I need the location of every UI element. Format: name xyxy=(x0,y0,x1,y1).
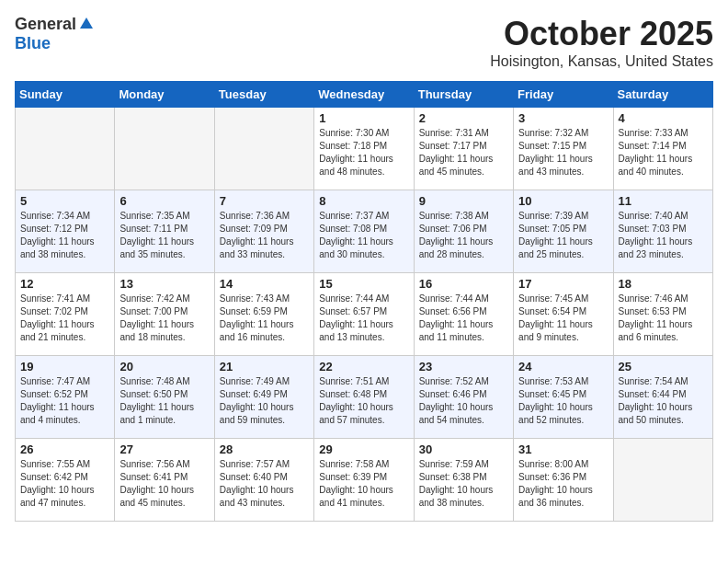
calendar-cell: 9Sunrise: 7:38 AM Sunset: 7:06 PM Daylig… xyxy=(414,190,513,273)
calendar-cell: 1Sunrise: 7:30 AM Sunset: 7:18 PM Daylig… xyxy=(314,108,414,190)
calendar-week-row: 26Sunrise: 7:55 AM Sunset: 6:42 PM Dayli… xyxy=(16,439,713,522)
location-title: Hoisington, Kansas, United States xyxy=(490,53,713,70)
calendar-cell: 30Sunrise: 7:59 AM Sunset: 6:38 PM Dayli… xyxy=(414,439,513,522)
day-info: Sunrise: 7:32 AM Sunset: 7:15 PM Dayligh… xyxy=(518,127,608,178)
logo: General Blue xyxy=(15,15,95,53)
calendar-cell: 3Sunrise: 7:32 AM Sunset: 7:15 PM Daylig… xyxy=(514,108,613,190)
calendar-cell: 6Sunrise: 7:35 AM Sunset: 7:11 PM Daylig… xyxy=(115,190,214,273)
calendar-cell: 15Sunrise: 7:44 AM Sunset: 6:57 PM Dayli… xyxy=(314,273,414,356)
day-info: Sunrise: 7:56 AM Sunset: 6:41 PM Dayligh… xyxy=(119,458,209,510)
weekday-header: Thursday xyxy=(414,82,513,108)
calendar-cell: 28Sunrise: 7:57 AM Sunset: 6:40 PM Dayli… xyxy=(214,439,313,522)
day-info: Sunrise: 7:48 AM Sunset: 6:50 PM Dayligh… xyxy=(119,375,209,427)
weekday-header: Friday xyxy=(514,82,613,108)
calendar-cell xyxy=(613,439,712,522)
day-number: 15 xyxy=(319,277,408,291)
day-number: 17 xyxy=(518,277,608,291)
calendar-cell: 31Sunrise: 8:00 AM Sunset: 6:36 PM Dayli… xyxy=(514,439,613,522)
logo-general: General xyxy=(15,15,76,34)
day-info: Sunrise: 7:52 AM Sunset: 6:46 PM Dayligh… xyxy=(419,375,508,427)
title-area: October 2025 Hoisington, Kansas, United … xyxy=(490,15,713,70)
calendar-cell: 17Sunrise: 7:45 AM Sunset: 6:54 PM Dayli… xyxy=(514,273,613,356)
day-number: 16 xyxy=(419,277,508,291)
day-number: 1 xyxy=(319,111,408,125)
day-number: 21 xyxy=(220,360,309,373)
day-number: 4 xyxy=(619,111,708,125)
day-number: 22 xyxy=(319,360,408,373)
calendar-cell: 5Sunrise: 7:34 AM Sunset: 7:12 PM Daylig… xyxy=(16,190,115,273)
day-number: 14 xyxy=(220,277,309,291)
calendar-cell: 18Sunrise: 7:46 AM Sunset: 6:53 PM Dayli… xyxy=(613,273,712,356)
day-info: Sunrise: 8:00 AM Sunset: 6:36 PM Dayligh… xyxy=(518,458,608,510)
day-info: Sunrise: 7:42 AM Sunset: 7:00 PM Dayligh… xyxy=(119,293,209,344)
page-header: General Blue October 2025 Hoisington, Ka… xyxy=(15,15,713,70)
day-info: Sunrise: 7:35 AM Sunset: 7:11 PM Dayligh… xyxy=(119,210,209,261)
day-number: 3 xyxy=(518,111,608,125)
calendar-cell: 22Sunrise: 7:51 AM Sunset: 6:48 PM Dayli… xyxy=(314,356,414,439)
calendar-week-row: 12Sunrise: 7:41 AM Sunset: 7:02 PM Dayli… xyxy=(16,273,713,356)
day-info: Sunrise: 7:30 AM Sunset: 7:18 PM Dayligh… xyxy=(319,127,408,178)
day-info: Sunrise: 7:46 AM Sunset: 6:53 PM Dayligh… xyxy=(619,293,708,344)
calendar-cell: 23Sunrise: 7:52 AM Sunset: 6:46 PM Dayli… xyxy=(414,356,513,439)
calendar-cell: 14Sunrise: 7:43 AM Sunset: 6:59 PM Dayli… xyxy=(214,273,313,356)
calendar-table: SundayMondayTuesdayWednesdayThursdayFrid… xyxy=(15,81,713,522)
calendar-cell: 8Sunrise: 7:37 AM Sunset: 7:08 PM Daylig… xyxy=(314,190,414,273)
calendar-cell: 19Sunrise: 7:47 AM Sunset: 6:52 PM Dayli… xyxy=(16,356,115,439)
calendar-cell: 26Sunrise: 7:55 AM Sunset: 6:42 PM Dayli… xyxy=(16,439,115,522)
day-number: 13 xyxy=(119,277,209,291)
day-number: 10 xyxy=(518,194,608,208)
calendar-week-row: 5Sunrise: 7:34 AM Sunset: 7:12 PM Daylig… xyxy=(16,190,713,273)
weekday-header: Wednesday xyxy=(314,82,414,108)
day-info: Sunrise: 7:37 AM Sunset: 7:08 PM Dayligh… xyxy=(319,210,408,261)
day-info: Sunrise: 7:44 AM Sunset: 6:57 PM Dayligh… xyxy=(319,293,408,344)
day-number: 9 xyxy=(419,194,508,208)
day-info: Sunrise: 7:53 AM Sunset: 6:45 PM Dayligh… xyxy=(518,375,608,427)
day-info: Sunrise: 7:36 AM Sunset: 7:09 PM Dayligh… xyxy=(220,210,309,261)
day-info: Sunrise: 7:57 AM Sunset: 6:40 PM Dayligh… xyxy=(220,458,309,510)
weekday-header: Monday xyxy=(115,82,214,108)
day-info: Sunrise: 7:51 AM Sunset: 6:48 PM Dayligh… xyxy=(319,375,408,427)
weekday-header: Saturday xyxy=(613,82,712,108)
day-number: 25 xyxy=(619,360,708,373)
day-number: 19 xyxy=(20,360,109,373)
calendar-cell xyxy=(115,108,214,190)
weekday-header: Sunday xyxy=(16,82,115,108)
day-info: Sunrise: 7:58 AM Sunset: 6:39 PM Dayligh… xyxy=(319,458,408,510)
calendar-cell: 4Sunrise: 7:33 AM Sunset: 7:14 PM Daylig… xyxy=(613,108,712,190)
calendar-week-row: 1Sunrise: 7:30 AM Sunset: 7:18 PM Daylig… xyxy=(16,108,713,190)
day-info: Sunrise: 7:59 AM Sunset: 6:38 PM Dayligh… xyxy=(419,458,508,510)
svg-marker-0 xyxy=(80,17,93,29)
calendar-cell: 10Sunrise: 7:39 AM Sunset: 7:05 PM Dayli… xyxy=(514,190,613,273)
calendar-cell: 24Sunrise: 7:53 AM Sunset: 6:45 PM Dayli… xyxy=(514,356,613,439)
day-info: Sunrise: 7:38 AM Sunset: 7:06 PM Dayligh… xyxy=(419,210,508,261)
day-number: 27 xyxy=(119,442,209,456)
calendar-cell: 12Sunrise: 7:41 AM Sunset: 7:02 PM Dayli… xyxy=(16,273,115,356)
calendar-cell: 29Sunrise: 7:58 AM Sunset: 6:39 PM Dayli… xyxy=(314,439,414,522)
day-number: 6 xyxy=(119,194,209,208)
weekday-header: Tuesday xyxy=(214,82,313,108)
day-info: Sunrise: 7:39 AM Sunset: 7:05 PM Dayligh… xyxy=(518,210,608,261)
day-number: 7 xyxy=(220,194,309,208)
calendar-cell xyxy=(16,108,115,190)
day-info: Sunrise: 7:47 AM Sunset: 6:52 PM Dayligh… xyxy=(20,375,109,427)
day-info: Sunrise: 7:55 AM Sunset: 6:42 PM Dayligh… xyxy=(20,458,109,510)
calendar-week-row: 19Sunrise: 7:47 AM Sunset: 6:52 PM Dayli… xyxy=(16,356,713,439)
day-number: 2 xyxy=(419,111,508,125)
day-info: Sunrise: 7:44 AM Sunset: 6:56 PM Dayligh… xyxy=(419,293,508,344)
day-info: Sunrise: 7:31 AM Sunset: 7:17 PM Dayligh… xyxy=(419,127,508,178)
day-number: 23 xyxy=(419,360,508,373)
calendar-cell: 27Sunrise: 7:56 AM Sunset: 6:41 PM Dayli… xyxy=(115,439,214,522)
day-info: Sunrise: 7:41 AM Sunset: 7:02 PM Dayligh… xyxy=(20,293,109,344)
day-number: 5 xyxy=(20,194,109,208)
day-info: Sunrise: 7:49 AM Sunset: 6:49 PM Dayligh… xyxy=(220,375,309,427)
day-number: 8 xyxy=(319,194,408,208)
day-number: 30 xyxy=(419,442,508,456)
calendar-cell: 7Sunrise: 7:36 AM Sunset: 7:09 PM Daylig… xyxy=(214,190,313,273)
day-number: 28 xyxy=(220,442,309,456)
month-title: October 2025 xyxy=(490,15,713,53)
day-number: 18 xyxy=(619,277,708,291)
day-number: 24 xyxy=(518,360,608,373)
day-number: 26 xyxy=(20,442,109,456)
calendar-cell: 2Sunrise: 7:31 AM Sunset: 7:17 PM Daylig… xyxy=(414,108,513,190)
day-number: 12 xyxy=(20,277,109,291)
